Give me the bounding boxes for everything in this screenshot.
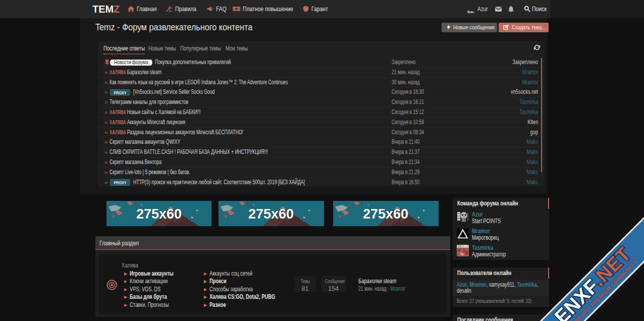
svg-text:275x60: 275x60 [136,205,182,222]
svg-text:275x60: 275x60 [363,205,408,222]
svg-text:275x60: 275x60 [248,205,294,222]
